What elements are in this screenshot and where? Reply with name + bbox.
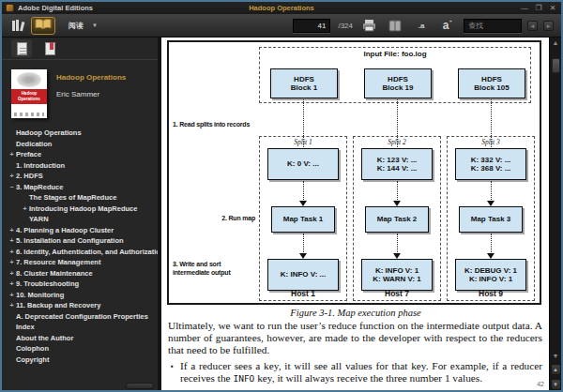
open-book-icon <box>35 17 52 34</box>
print-button[interactable] <box>358 17 379 35</box>
toc-expander[interactable]: + <box>8 280 16 287</box>
split-records-box: K: 0 V: ... <box>267 148 339 180</box>
book-icon <box>388 20 402 32</box>
scrollbar-track[interactable] <box>550 49 562 351</box>
search-next-button[interactable]: ▸ <box>543 21 554 31</box>
tab-contents[interactable] <box>11 39 32 57</box>
split-column: Split 3 K: 332 V: ... K: 368 V: ... Map … <box>447 136 535 301</box>
minimize-button[interactable]: — <box>520 4 529 12</box>
maximize-button[interactable]: ❐ <box>534 4 543 12</box>
cover-footer <box>14 113 44 116</box>
toc-expander[interactable]: + <box>8 302 16 309</box>
arrow-line <box>303 181 304 202</box>
toc-expander[interactable]: + <box>8 249 16 255</box>
toc-item[interactable]: About the Author <box>2 333 158 344</box>
next-page-button[interactable]: ▼ <box>551 379 561 390</box>
font-increase-button[interactable]: a˙ <box>437 17 458 35</box>
page-number: 42 <box>537 381 544 387</box>
body-paragraph: Ultimately, we want to run the user’s re… <box>168 320 542 357</box>
library-view-button[interactable] <box>9 17 25 35</box>
toc-expander[interactable]: + <box>8 173 16 179</box>
font-decrease-button[interactable]: .a <box>411 17 432 35</box>
app-window: Adobe Digital Editions Hadoop Operations… <box>0 0 563 392</box>
toc-item[interactable]: + 5. Installation and Configuration <box>2 235 158 247</box>
split-records-box: K: 332 V: ... K: 368 V: ... <box>455 148 526 180</box>
figure-caption: Figure 3-1. Map execution phase <box>166 308 545 318</box>
bookmark-icon <box>45 42 55 55</box>
toc-item-label: 11. Backup and Recovery <box>16 301 100 309</box>
previous-page-button[interactable]: ▲ <box>551 364 561 375</box>
scroll-down-arrow[interactable]: ▼ <box>550 351 562 362</box>
library-add-button[interactable] <box>385 17 405 35</box>
split-column: Split 1 K: 0 V: ... Map Task 1 K: INFO V… <box>259 136 347 301</box>
close-button[interactable]: ✕ <box>548 4 557 12</box>
toc-expander[interactable]: + <box>8 259 16 265</box>
page-number-input[interactable] <box>293 19 330 33</box>
toc-expander[interactable]: + <box>8 270 16 277</box>
toc-item[interactable]: + Introducing Hadoop MapReduce <box>2 204 158 215</box>
toc-item-label: 4. Planning a Hadoop Cluster <box>16 226 114 234</box>
app-title: Adobe Digital Editions <box>18 4 93 12</box>
toc-item[interactable]: + 11. Backup and Recovery <box>2 300 158 311</box>
split-label: Split 3 <box>448 138 534 146</box>
toc-item[interactable]: + 9. Troubleshooting <box>2 279 158 290</box>
toc-item-label: 2. HDFS <box>16 172 43 180</box>
toc-item-label: YARN <box>29 215 49 223</box>
hdfs-block-1: HDFS Block 1 <box>270 68 338 98</box>
figure-diagram: Input File: foo.log HDFS Block 1 HDFS Bl… <box>167 40 541 305</box>
toc-item[interactable]: Hadoop Operations <box>2 128 158 139</box>
toc-item-label: 8. Cluster Maintenance <box>16 269 93 278</box>
toc-expander[interactable]: + <box>8 227 16 234</box>
toc-item[interactable]: A. Deprecated Configuration Properties <box>2 311 158 323</box>
split-label: Split 2 <box>354 138 440 146</box>
toc-item-label: Colophon <box>16 344 49 353</box>
toc-item-label: 5. Installation and Configuration <box>16 236 124 245</box>
toc-item[interactable]: + 2. HDFS <box>2 171 158 182</box>
toc-expander[interactable]: + <box>8 292 16 298</box>
tab-bookmarks[interactable] <box>39 39 60 57</box>
toc-item[interactable]: + 6. Identity, Authentication, and Autho… <box>2 247 158 258</box>
sidebar-book-title: Hadoop Operations <box>56 73 126 82</box>
intermediate-output-box: K: INFO V: 1 K: WARN V: 1 <box>361 259 433 291</box>
toc-item-label: Dedication <box>16 140 52 148</box>
toc-item[interactable]: + 7. Resource Management <box>2 257 158 268</box>
map-task-box: Map Task 1 <box>271 206 335 233</box>
scroll-up-arrow[interactable]: ▲ <box>550 38 562 49</box>
map-task-box: Map Task 3 <box>459 206 523 233</box>
toc-item[interactable]: 1. Introduction <box>2 160 158 172</box>
host-label: Host 1 <box>260 289 346 298</box>
inline-code: INFO <box>233 373 254 384</box>
sidebar-hscrollbar-thumb[interactable] <box>126 383 154 389</box>
toc-item-label: Copyright <box>16 355 49 364</box>
toc-item[interactable]: + Preface <box>2 149 158 160</box>
toc-expander[interactable]: + <box>21 205 29 212</box>
toc-item[interactable]: YARN <box>2 214 158 225</box>
scrollbar-thumb[interactable] <box>552 58 560 73</box>
toc-item-label: Preface <box>16 150 41 158</box>
arrow-line <box>491 234 492 254</box>
library-icon <box>12 20 23 31</box>
toc-item-label: Introducing Hadoop MapReduce <box>29 204 137 213</box>
toc-item[interactable]: Dedication <box>2 139 158 150</box>
search-input[interactable] <box>464 19 522 33</box>
toc-item[interactable]: Colophon <box>2 343 158 354</box>
read-menu[interactable]: 阅读 <box>68 21 84 31</box>
toc-item[interactable]: The Stages of MapReduce <box>2 192 158 204</box>
split-label: Split 1 <box>260 138 346 146</box>
toc-item[interactable]: Index <box>2 322 158 333</box>
toc-item[interactable]: + 8. Cluster Maintenance <box>2 268 158 279</box>
intermediate-output-box: K: INFO V: ... <box>267 259 339 291</box>
toc-item-label: About the Author <box>16 334 73 342</box>
sidebar-book-author: Eric Sammer <box>56 90 126 98</box>
chevron-down-icon[interactable]: ▼ <box>92 23 98 28</box>
toc-item[interactable]: + 4. Planning a Hadoop Cluster <box>2 225 158 236</box>
toc-item[interactable]: + 10. Monitoring <box>2 290 158 301</box>
toc-expander[interactable]: + <box>8 151 16 158</box>
toc-item[interactable]: Copyright <box>2 354 158 366</box>
toc-expander[interactable]: − <box>8 184 16 190</box>
toc-item[interactable]: − 3. MapReduce <box>2 182 158 193</box>
reading-view-button[interactable] <box>31 17 55 35</box>
search-prev-button[interactable]: ◂ <box>527 21 538 31</box>
toc-item-label: The Stages of MapReduce <box>29 193 116 202</box>
toc-expander[interactable]: + <box>8 237 16 244</box>
